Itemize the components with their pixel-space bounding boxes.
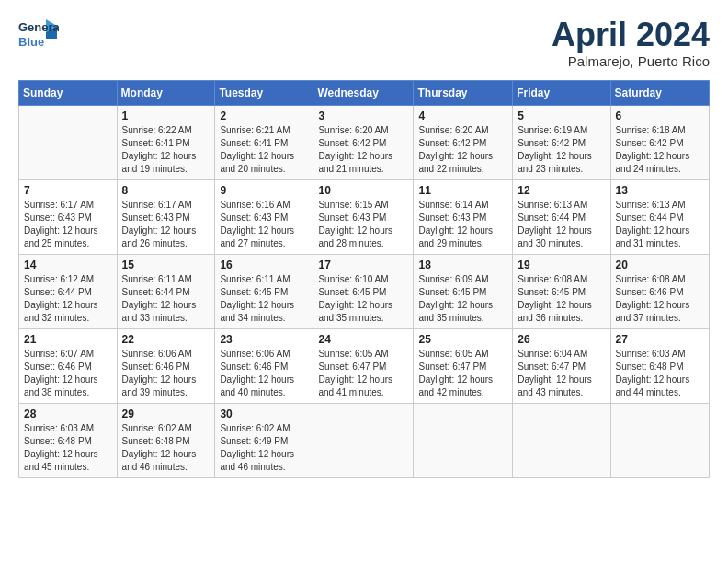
day-number: 22 bbox=[122, 333, 210, 346]
day-detail: Sunrise: 6:02 AM Sunset: 6:49 PM Dayligh… bbox=[220, 422, 308, 474]
day-detail: Sunrise: 6:02 AM Sunset: 6:48 PM Dayligh… bbox=[122, 422, 210, 474]
calendar-cell: 21Sunrise: 6:07 AM Sunset: 6:46 PM Dayli… bbox=[19, 328, 118, 403]
calendar-cell: 27Sunrise: 6:03 AM Sunset: 6:48 PM Dayli… bbox=[610, 328, 709, 403]
calendar-cell: 12Sunrise: 6:13 AM Sunset: 6:44 PM Dayli… bbox=[513, 179, 610, 254]
day-number: 24 bbox=[318, 333, 408, 346]
calendar-cell: 16Sunrise: 6:11 AM Sunset: 6:45 PM Dayli… bbox=[215, 254, 313, 328]
day-number: 15 bbox=[122, 259, 210, 271]
day-number: 23 bbox=[220, 333, 308, 346]
day-number: 9 bbox=[220, 184, 308, 197]
calendar-cell: 9Sunrise: 6:16 AM Sunset: 6:43 PM Daylig… bbox=[215, 179, 313, 254]
col-wednesday: Wednesday bbox=[313, 80, 414, 105]
page: GeneralBlue April 2024 Palmarejo, Puerto… bbox=[0, 0, 728, 488]
col-sunday: Sunday bbox=[19, 80, 118, 105]
col-monday: Monday bbox=[117, 80, 215, 105]
svg-text:Blue: Blue bbox=[18, 35, 44, 49]
day-number: 18 bbox=[418, 259, 507, 271]
calendar-cell: 28Sunrise: 6:03 AM Sunset: 6:48 PM Dayli… bbox=[19, 403, 118, 477]
calendar-week-3: 21Sunrise: 6:07 AM Sunset: 6:46 PM Dayli… bbox=[19, 328, 710, 403]
day-detail: Sunrise: 6:06 AM Sunset: 6:46 PM Dayligh… bbox=[122, 348, 210, 399]
day-detail: Sunrise: 6:15 AM Sunset: 6:43 PM Dayligh… bbox=[318, 199, 408, 250]
day-detail: Sunrise: 6:09 AM Sunset: 6:45 PM Dayligh… bbox=[418, 273, 507, 325]
calendar-cell: 24Sunrise: 6:05 AM Sunset: 6:47 PM Dayli… bbox=[313, 328, 414, 403]
logo: GeneralBlue bbox=[18, 17, 59, 52]
header: GeneralBlue April 2024 Palmarejo, Puerto… bbox=[18, 17, 710, 69]
day-detail: Sunrise: 6:05 AM Sunset: 6:47 PM Dayligh… bbox=[318, 348, 408, 399]
calendar-cell: 2Sunrise: 6:21 AM Sunset: 6:41 PM Daylig… bbox=[215, 105, 313, 179]
day-number: 25 bbox=[418, 333, 507, 346]
day-detail: Sunrise: 6:08 AM Sunset: 6:45 PM Dayligh… bbox=[518, 273, 605, 325]
calendar-cell: 26Sunrise: 6:04 AM Sunset: 6:47 PM Dayli… bbox=[513, 328, 610, 403]
day-number: 20 bbox=[616, 259, 704, 271]
calendar-week-1: 7Sunrise: 6:17 AM Sunset: 6:43 PM Daylig… bbox=[19, 179, 710, 254]
calendar-cell: 25Sunrise: 6:05 AM Sunset: 6:47 PM Dayli… bbox=[414, 328, 513, 403]
calendar-cell: 30Sunrise: 6:02 AM Sunset: 6:49 PM Dayli… bbox=[215, 403, 313, 477]
calendar-week-0: 1Sunrise: 6:22 AM Sunset: 6:41 PM Daylig… bbox=[19, 105, 710, 179]
calendar-cell bbox=[414, 403, 513, 477]
day-detail: Sunrise: 6:20 AM Sunset: 6:42 PM Dayligh… bbox=[418, 124, 507, 176]
calendar-cell: 20Sunrise: 6:08 AM Sunset: 6:46 PM Dayli… bbox=[610, 254, 709, 328]
day-number: 16 bbox=[220, 259, 308, 271]
calendar-cell: 23Sunrise: 6:06 AM Sunset: 6:46 PM Dayli… bbox=[215, 328, 313, 403]
calendar-cell bbox=[313, 403, 414, 477]
svg-text:General: General bbox=[18, 20, 59, 34]
day-number: 13 bbox=[616, 184, 704, 197]
calendar-cell: 8Sunrise: 6:17 AM Sunset: 6:43 PM Daylig… bbox=[117, 179, 215, 254]
calendar-cell: 22Sunrise: 6:06 AM Sunset: 6:46 PM Dayli… bbox=[117, 328, 215, 403]
day-detail: Sunrise: 6:13 AM Sunset: 6:44 PM Dayligh… bbox=[518, 199, 605, 250]
calendar-cell: 15Sunrise: 6:11 AM Sunset: 6:44 PM Dayli… bbox=[117, 254, 215, 328]
calendar-week-2: 14Sunrise: 6:12 AM Sunset: 6:44 PM Dayli… bbox=[19, 254, 710, 328]
day-detail: Sunrise: 6:21 AM Sunset: 6:41 PM Dayligh… bbox=[220, 124, 308, 176]
day-detail: Sunrise: 6:14 AM Sunset: 6:43 PM Dayligh… bbox=[418, 199, 507, 250]
day-detail: Sunrise: 6:22 AM Sunset: 6:41 PM Dayligh… bbox=[122, 124, 210, 176]
day-number: 10 bbox=[318, 184, 408, 197]
day-detail: Sunrise: 6:11 AM Sunset: 6:45 PM Dayligh… bbox=[220, 273, 308, 325]
day-detail: Sunrise: 6:12 AM Sunset: 6:44 PM Dayligh… bbox=[24, 273, 112, 325]
day-number: 26 bbox=[518, 333, 605, 346]
day-detail: Sunrise: 6:19 AM Sunset: 6:42 PM Dayligh… bbox=[518, 124, 605, 176]
calendar-cell: 19Sunrise: 6:08 AM Sunset: 6:45 PM Dayli… bbox=[513, 254, 610, 328]
calendar-cell: 13Sunrise: 6:13 AM Sunset: 6:44 PM Dayli… bbox=[610, 179, 709, 254]
calendar-cell bbox=[610, 403, 709, 477]
day-number: 7 bbox=[24, 184, 112, 197]
calendar-cell: 4Sunrise: 6:20 AM Sunset: 6:42 PM Daylig… bbox=[414, 105, 513, 179]
calendar-cell: 17Sunrise: 6:10 AM Sunset: 6:45 PM Dayli… bbox=[313, 254, 414, 328]
calendar-cell: 14Sunrise: 6:12 AM Sunset: 6:44 PM Dayli… bbox=[19, 254, 118, 328]
month-title: April 2024 bbox=[552, 17, 710, 53]
day-number: 17 bbox=[318, 259, 408, 271]
location: Palmarejo, Puerto Rico bbox=[552, 53, 710, 69]
calendar-cell: 7Sunrise: 6:17 AM Sunset: 6:43 PM Daylig… bbox=[19, 179, 118, 254]
header-row: Sunday Monday Tuesday Wednesday Thursday… bbox=[19, 80, 710, 105]
day-detail: Sunrise: 6:16 AM Sunset: 6:43 PM Dayligh… bbox=[220, 199, 308, 250]
calendar-cell bbox=[19, 105, 118, 179]
day-detail: Sunrise: 6:17 AM Sunset: 6:43 PM Dayligh… bbox=[122, 199, 210, 250]
calendar-cell: 18Sunrise: 6:09 AM Sunset: 6:45 PM Dayli… bbox=[414, 254, 513, 328]
day-detail: Sunrise: 6:03 AM Sunset: 6:48 PM Dayligh… bbox=[24, 422, 112, 474]
col-saturday: Saturday bbox=[610, 80, 709, 105]
day-number: 19 bbox=[518, 259, 605, 271]
day-detail: Sunrise: 6:04 AM Sunset: 6:47 PM Dayligh… bbox=[518, 348, 605, 399]
day-number: 28 bbox=[24, 408, 112, 420]
calendar-cell: 29Sunrise: 6:02 AM Sunset: 6:48 PM Dayli… bbox=[117, 403, 215, 477]
day-detail: Sunrise: 6:06 AM Sunset: 6:46 PM Dayligh… bbox=[220, 348, 308, 399]
day-number: 29 bbox=[122, 408, 210, 420]
day-number: 30 bbox=[220, 408, 308, 420]
day-number: 6 bbox=[616, 109, 704, 122]
day-detail: Sunrise: 6:18 AM Sunset: 6:42 PM Dayligh… bbox=[616, 124, 704, 176]
day-number: 21 bbox=[24, 333, 112, 346]
calendar-cell: 11Sunrise: 6:14 AM Sunset: 6:43 PM Dayli… bbox=[414, 179, 513, 254]
day-number: 14 bbox=[24, 259, 112, 271]
logo-svg: GeneralBlue bbox=[18, 17, 59, 52]
title-block: April 2024 Palmarejo, Puerto Rico bbox=[552, 17, 710, 69]
day-detail: Sunrise: 6:08 AM Sunset: 6:46 PM Dayligh… bbox=[616, 273, 704, 325]
day-detail: Sunrise: 6:17 AM Sunset: 6:43 PM Dayligh… bbox=[24, 199, 112, 250]
calendar-cell: 10Sunrise: 6:15 AM Sunset: 6:43 PM Dayli… bbox=[313, 179, 414, 254]
day-number: 4 bbox=[418, 109, 507, 122]
day-detail: Sunrise: 6:13 AM Sunset: 6:44 PM Dayligh… bbox=[616, 199, 704, 250]
calendar-week-4: 28Sunrise: 6:03 AM Sunset: 6:48 PM Dayli… bbox=[19, 403, 710, 477]
day-number: 3 bbox=[318, 109, 408, 122]
day-detail: Sunrise: 6:05 AM Sunset: 6:47 PM Dayligh… bbox=[418, 348, 507, 399]
day-number: 12 bbox=[518, 184, 605, 197]
calendar-cell: 3Sunrise: 6:20 AM Sunset: 6:42 PM Daylig… bbox=[313, 105, 414, 179]
day-number: 2 bbox=[220, 109, 308, 122]
